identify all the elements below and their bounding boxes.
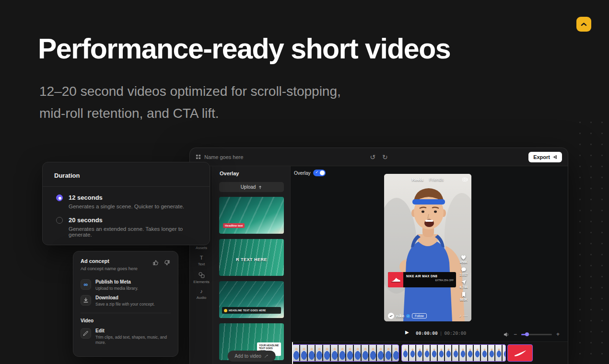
video-editor-window: Name goes here ↺ ↻ Export Assets: [189, 148, 568, 364]
rail-item-label: Elements: [193, 280, 209, 284]
timeline-clip-2[interactable]: [401, 344, 506, 362]
timeline: [291, 341, 568, 364]
elements-icon: [198, 272, 205, 278]
heart-icon: [460, 254, 467, 260]
engagement-rail: 456K 2,017 6,744: [457, 254, 470, 304]
reels-header: Reels Friends: [384, 177, 471, 182]
download-row[interactable]: Download Save a zip file with your conce…: [81, 295, 171, 307]
undo-icon[interactable]: ↺: [370, 153, 375, 161]
project-name-field[interactable]: Name goes here: [196, 154, 243, 160]
video-preview[interactable]: Reels Friends 456K: [384, 174, 471, 321]
banner-subtitle: EXTRA 25% OFF: [406, 279, 454, 282]
like-stat[interactable]: 456K: [460, 254, 468, 264]
banner-title: NIKE AIR MAX DN8: [406, 274, 454, 278]
add-to-video-button[interactable]: Add to video: [227, 351, 276, 362]
timeline-clip-nike-logo[interactable]: [507, 344, 533, 362]
banner-text: NIKE AIR MAX DN8 EXTRA 25% OFF: [403, 272, 456, 287]
scroll-to-top-button[interactable]: [576, 17, 591, 32]
editor-canvas: Overlay ✓: [291, 166, 568, 364]
camera-icon[interactable]: [462, 177, 468, 182]
duration-option-20s[interactable]: 20 seconds Generates an extended scene. …: [56, 216, 200, 238]
overlay-thumbnail[interactable]: HEADLINE TEXT GOES HERE: [219, 281, 284, 318]
publish-to-meta-row[interactable]: ∞ Publish to Meta Upload to media librar…: [81, 279, 171, 291]
ad-concept-card: Ad concept Ad concept name goes here ∞ P…: [73, 251, 178, 357]
overlay-toggle[interactable]: ✓: [313, 170, 326, 176]
thumbnail-caption: R TEXT HERE: [219, 257, 284, 262]
rail-item-text[interactable]: T Text: [190, 255, 213, 266]
current-time: 00:00:00: [416, 330, 438, 336]
thumbs-up-icon[interactable]: [152, 259, 159, 266]
more-options-icon[interactable]: ⋯: [463, 313, 468, 318]
divider: [43, 186, 210, 187]
edit-row[interactable]: Edit Trim clips, add text, shapes, music…: [81, 328, 171, 345]
upload-button[interactable]: Upload: [219, 182, 284, 192]
account-name[interactable]: nike: [396, 314, 404, 318]
bookmark-icon: [461, 292, 466, 297]
playhead[interactable]: [292, 342, 293, 364]
radio-unselected-icon[interactable]: [56, 217, 63, 224]
slider-knob[interactable]: [525, 332, 529, 336]
rail-item-audio[interactable]: ♪ Audio: [190, 288, 213, 300]
audio-icon: ♪: [200, 288, 203, 294]
action-label: Publish to Meta: [95, 279, 138, 284]
zoom-out-button[interactable]: −: [514, 331, 517, 337]
dot-pattern-decoration: [570, 114, 609, 364]
overlay-thumbnail[interactable]: R TEXT HERE: [219, 239, 284, 276]
volume-icon[interactable]: [504, 332, 509, 337]
duration-option-12s[interactable]: 12 seconds Generates a single scene. Qui…: [56, 194, 200, 209]
rail-item-elements[interactable]: Elements: [190, 272, 213, 284]
video-section-label: Video: [81, 318, 94, 323]
total-time: 00:20:00: [445, 330, 467, 336]
save-stat[interactable]: 863K: [460, 292, 468, 301]
thumbnail-caption: HEADLINE TEXT GOES HERE: [229, 309, 266, 312]
timeline-zoom-slider[interactable]: [521, 334, 552, 335]
page-title: Performance-ready short videos: [38, 33, 450, 65]
nike-avatar[interactable]: [388, 313, 394, 319]
option-label: 12 seconds: [69, 194, 184, 201]
duration-card: Duration 12 seconds Generates a single s…: [42, 162, 210, 245]
thumbnail-caption-bar: HEADLINE TEXT GOES HERE: [222, 307, 281, 314]
tab-friends[interactable]: Friends: [429, 177, 444, 182]
history-controls: ↺ ↻: [370, 153, 387, 161]
logo-dot-icon: [224, 309, 227, 312]
grid-icon: [196, 154, 201, 159]
action-label: Download: [95, 295, 155, 300]
chevron-up-icon: [580, 21, 587, 27]
follow-button[interactable]: Follow: [412, 313, 427, 318]
page: Performance-ready short videos 12–20 sec…: [0, 0, 609, 364]
radio-selected-icon[interactable]: [56, 194, 63, 201]
like-count: 456K: [460, 261, 468, 264]
overlay-thumbnail[interactable]: Headline text: [219, 197, 284, 234]
rail-item-label: Audio: [197, 296, 206, 300]
redo-icon[interactable]: ↻: [382, 153, 388, 161]
action-label: Edit: [95, 328, 171, 333]
project-name-label: Name goes here: [204, 154, 243, 160]
page-subtitle: 12–20 second videos optimized for scroll…: [39, 80, 341, 125]
play-button[interactable]: ▶: [405, 330, 409, 335]
product-banner[interactable]: NIKE AIR MAX DN8 EXTRA 25% OFF: [388, 272, 456, 287]
feedback-controls: [152, 259, 171, 266]
tab-reels[interactable]: Reels: [412, 177, 423, 182]
share-stat[interactable]: 6,744: [460, 279, 468, 289]
comment-icon: [461, 267, 467, 273]
nike-swoosh-icon: [514, 350, 527, 357]
shoe-image: [388, 272, 403, 287]
transport-bar: ▶ 00:00:00|00:20:00 − +: [291, 328, 568, 341]
verified-badge-icon: ✓: [406, 314, 410, 318]
export-button[interactable]: Export: [528, 152, 562, 162]
rail-item-label: Assets: [196, 246, 207, 250]
text-icon: T: [200, 255, 203, 261]
thumbs-down-icon[interactable]: [164, 259, 171, 266]
overlay-toggle-row: Overlay ✓: [294, 170, 326, 176]
subtitle-line-2: mid-roll retention, and CTA lift.: [39, 102, 341, 125]
zoom-in-button[interactable]: +: [556, 331, 560, 337]
timeline-clip-1[interactable]: [292, 344, 399, 362]
comment-count: 2,017: [460, 273, 468, 276]
action-description: Upload to media library.: [95, 286, 138, 291]
overlay-toggle-label: Overlay: [294, 171, 310, 176]
toggle-knob: [320, 171, 325, 175]
account-row: nike ✓ Follow ♪ ⋯: [388, 313, 468, 319]
editor-body: Assets T Text Elements ♪ Audio: [190, 166, 568, 364]
comment-stat[interactable]: 2,017: [460, 267, 468, 276]
music-note-icon: ♪: [459, 314, 461, 318]
